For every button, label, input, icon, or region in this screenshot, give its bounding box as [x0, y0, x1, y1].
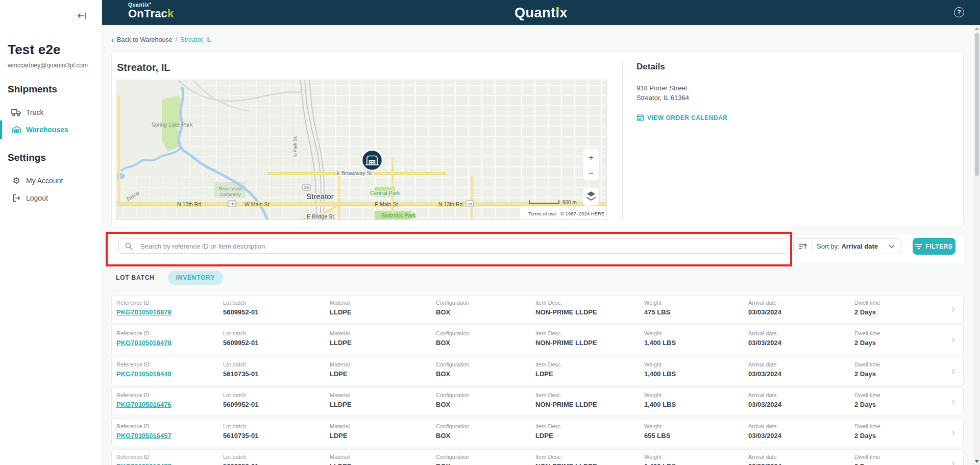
- cell-weight: Weight 1,400 LBS: [644, 392, 676, 408]
- reference-id-link[interactable]: PKG70105016477: [116, 462, 172, 465]
- scroll-up-arrow-icon[interactable]: [975, 27, 979, 30]
- breadcrumb: ‹ Back to Warehouse / Streator, IL: [111, 36, 211, 43]
- address-line-1: 918 Porter Street: [636, 83, 689, 93]
- map-label-w-main: W Main St.: [244, 201, 271, 207]
- shipments-heading: Shipments: [8, 84, 57, 95]
- route-shield-18-left: 18: [228, 201, 236, 207]
- question-mark-icon: ?: [957, 9, 961, 16]
- map-label-cemetery-2: Cemetery: [219, 191, 240, 197]
- sort-dropdown[interactable]: Sort by: Arrival date: [793, 238, 901, 254]
- table-row[interactable]: Reference ID PKG70105016476 Lot batch 56…: [111, 387, 964, 416]
- logo-dot-accent: [556, 7, 559, 10]
- cell-lot-batch: Lot batch 5609952-01: [223, 454, 258, 465]
- user-email: wmccartney@quantix3pl.com: [8, 62, 88, 69]
- sidebar-item-label: Logout: [26, 194, 48, 202]
- calendar-icon: [636, 114, 644, 121]
- cell-configuration: Configuration BOX: [436, 392, 469, 408]
- cell-dwell-time: Dwell time 2 Days: [854, 361, 880, 378]
- reference-id-link[interactable]: PKG70105016440: [116, 370, 172, 378]
- gear-icon: ⚙: [11, 176, 21, 186]
- settings-heading: Settings: [8, 152, 46, 163]
- zoom-out-button[interactable]: −: [589, 168, 594, 178]
- cell-arrival-date: Arrival date 03/03/2024: [748, 361, 781, 378]
- zoom-in-button[interactable]: +: [589, 153, 594, 162]
- cell-item-desc: Item Desc. NON-PRIME LLDPE: [535, 330, 597, 347]
- warehouse-icon: [11, 125, 21, 135]
- cell-lot-batch: Lot batch 5609952-01: [223, 300, 258, 316]
- map[interactable]: Spring Lake Park River View Cemetery Str…: [116, 80, 607, 220]
- collapse-arrow-icon: [77, 10, 88, 21]
- map-layers-button[interactable]: [583, 187, 599, 206]
- sidebar-item-label: My Account: [26, 177, 63, 185]
- route-shield-18-right: 18: [466, 201, 474, 207]
- cell-item-desc: Item Desc. LDPE: [535, 423, 562, 439]
- cell-weight: Weight 655 LBS: [644, 423, 670, 439]
- route-shield-23: 23: [303, 184, 310, 190]
- chevron-left-icon: ‹: [111, 36, 114, 43]
- cell-material: Material LDPE: [330, 361, 350, 378]
- table-row[interactable]: Reference ID PKG70105016478 Lot batch 56…: [111, 326, 964, 354]
- page-title: Streator, IL: [117, 62, 170, 74]
- search-icon: [125, 242, 133, 251]
- map-label-n-park: N Park St.: [292, 136, 298, 157]
- cell-weight: Weight 1,400 LBS: [644, 454, 676, 465]
- svg-text:18: 18: [468, 202, 472, 206]
- map-terms-link[interactable]: Terms of use: [528, 211, 556, 216]
- map-zoom-controls: + −: [583, 148, 599, 181]
- chevron-right-icon: ›: [951, 334, 955, 346]
- sidebar-item-my-account[interactable]: ⚙ My Account: [0, 172, 102, 190]
- sidebar-item-truck[interactable]: Truck: [0, 103, 102, 121]
- cell-reference: Reference ID PKG70105016457: [116, 423, 172, 440]
- map-label-e-main: E Main St.: [375, 201, 399, 207]
- collapse-sidebar-button[interactable]: [77, 10, 89, 22]
- search-field: [118, 238, 788, 254]
- filters-button[interactable]: FILTERS: [913, 238, 955, 255]
- sort-label: Sort by: Arrival date: [817, 242, 878, 250]
- sidebar-item-logout[interactable]: Logout: [0, 189, 102, 207]
- table-row[interactable]: Reference ID PKG70105016878 Lot batch 56…: [111, 295, 964, 324]
- cell-weight: Weight 475 LBS: [644, 300, 670, 316]
- warehouse-map-marker[interactable]: [362, 150, 382, 170]
- map-label-bodznick: Bodznick Park: [381, 212, 416, 218]
- scrollbar-thumb[interactable]: [975, 33, 979, 176]
- breadcrumb-back-link[interactable]: Back to Warehouse: [117, 36, 173, 43]
- cell-reference: Reference ID PKG70105016440: [116, 361, 172, 378]
- cell-weight: Weight 1,400 LBS: [644, 330, 676, 347]
- reference-id-link[interactable]: PKG70105016457: [116, 432, 172, 439]
- reference-id-link[interactable]: PKG70105016476: [116, 401, 172, 408]
- scroll-down-arrow-icon[interactable]: [975, 460, 979, 463]
- warehouse-address: 918 Porter Street Streator, IL 61364: [636, 83, 689, 103]
- view-tabs: LOT BATCH INVENTORY: [116, 271, 223, 285]
- cell-lot-batch: Lot batch 5609952-01: [223, 392, 258, 408]
- user-name: Test e2e: [8, 42, 61, 58]
- cell-material: Material LLDPE: [330, 300, 352, 316]
- table-row[interactable]: Reference ID PKG70105016477 Lot batch 56…: [111, 449, 964, 465]
- svg-text:500 m: 500 m: [562, 200, 577, 205]
- scrollbar[interactable]: [974, 25, 980, 465]
- cell-reference: Reference ID PKG70105016476: [116, 392, 172, 409]
- table-row[interactable]: Reference ID PKG70105016457 Lot batch 56…: [111, 419, 964, 447]
- help-button[interactable]: ?: [954, 7, 964, 17]
- map-label-bridge: E Bridge St.: [307, 213, 335, 219]
- cell-weight: Weight 1,400 LBS: [644, 361, 676, 378]
- tab-lot-batch[interactable]: LOT BATCH: [116, 274, 155, 281]
- search-input[interactable]: [140, 239, 783, 253]
- address-line-2: Streator, IL 61364: [636, 93, 689, 103]
- sort-icon: [799, 242, 807, 250]
- chevron-right-icon: ›: [951, 365, 955, 377]
- reference-id-link[interactable]: PKG70105016478: [116, 339, 172, 347]
- breadcrumb-current: Streator, IL: [180, 36, 211, 43]
- map-label-spring-lake-park: Spring Lake Park: [152, 121, 193, 128]
- cell-dwell-time: Dwell time 2 Days: [854, 330, 880, 347]
- details-divider: [622, 61, 623, 220]
- map-copyright: © 1987–2024 HERE: [560, 211, 604, 216]
- table-row[interactable]: Reference ID PKG70105016440 Lot batch 56…: [111, 357, 964, 385]
- view-order-calendar-link[interactable]: VIEW ORDER CALENDAR: [636, 114, 728, 121]
- app: Test e2e wmccartney@quantix3pl.com Shipm…: [0, 0, 980, 465]
- tab-inventory[interactable]: INVENTORY: [168, 271, 224, 285]
- sidebar-item-warehouses[interactable]: Warehouses: [0, 120, 102, 139]
- reference-id-link[interactable]: PKG70105016878: [116, 308, 172, 316]
- map-label-cemetery-1: River View: [218, 186, 241, 191]
- cell-arrival-date: Arrival date 03/03/2024: [748, 392, 781, 408]
- chevron-right-icon: ›: [951, 396, 955, 407]
